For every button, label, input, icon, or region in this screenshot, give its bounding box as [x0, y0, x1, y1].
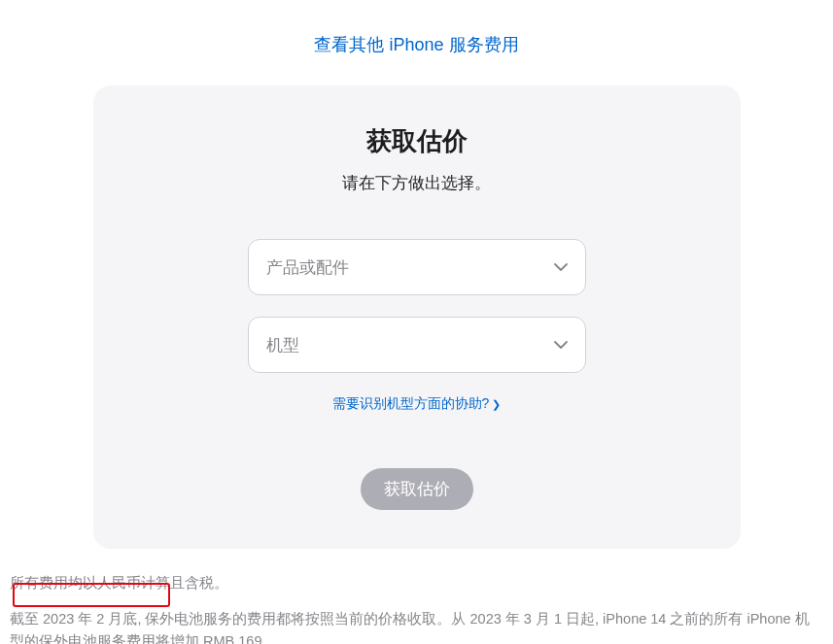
top-link-container: 查看其他 iPhone 服务费用 — [0, 0, 833, 85]
identify-model-help-link[interactable]: 需要识别机型方面的协助?❯ — [332, 395, 502, 411]
model-select[interactable]: 机型 — [248, 317, 586, 373]
chevron-down-icon — [554, 263, 568, 271]
footer-line-2: 截至 2023 年 2 月底, 保外电池服务的费用都将按照当前的价格收取。从 2… — [10, 608, 823, 644]
chevron-right-icon: ❯ — [492, 398, 501, 410]
product-select-placeholder: 产品或配件 — [266, 256, 349, 279]
help-link-label: 需要识别机型方面的协助? — [332, 395, 490, 411]
chevron-down-icon — [554, 341, 568, 349]
model-select-placeholder: 机型 — [266, 334, 299, 356]
footer-text: 所有费用均以人民币计算且含税。 截至 2023 年 2 月底, 保外电池服务的费… — [0, 549, 833, 644]
view-other-services-link[interactable]: 查看其他 iPhone 服务费用 — [314, 35, 518, 54]
product-select[interactable]: 产品或配件 — [248, 239, 586, 295]
help-link-container: 需要识别机型方面的协助?❯ — [113, 394, 721, 413]
estimate-panel: 获取估价 请在下方做出选择。 产品或配件 机型 需要识别机型方面的协助?❯ 获取… — [93, 85, 741, 549]
panel-title: 获取估价 — [113, 124, 721, 158]
footer-line-1: 所有费用均以人民币计算且含税。 — [10, 572, 823, 594]
panel-subtitle: 请在下方做出选择。 — [113, 172, 721, 194]
get-estimate-button[interactable]: 获取估价 — [361, 468, 473, 510]
